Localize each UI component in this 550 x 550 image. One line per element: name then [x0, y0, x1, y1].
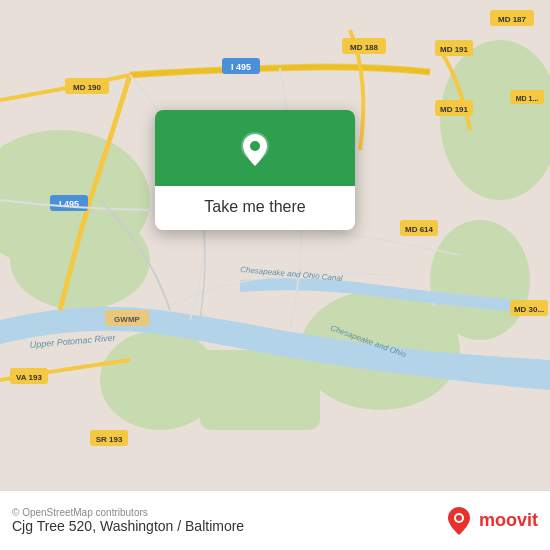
svg-text:MD 191: MD 191 [440, 45, 469, 54]
svg-text:I 495: I 495 [231, 62, 251, 72]
moovit-logo[interactable]: moovit [443, 505, 538, 537]
svg-text:GWMP: GWMP [114, 315, 140, 324]
svg-text:VA 193: VA 193 [16, 373, 42, 382]
svg-text:MD 191: MD 191 [440, 105, 469, 114]
svg-point-38 [250, 141, 260, 151]
svg-text:MD 1...: MD 1... [516, 95, 539, 102]
footer-title: Cjg Tree 520, Washington / Baltimore [12, 518, 244, 534]
svg-text:MD 190: MD 190 [73, 83, 102, 92]
map-container: I 495 I 495 MD 190 MD 188 MD 191 MD 191 … [0, 0, 550, 490]
footer-copyright: © OpenStreetMap contributors [12, 507, 244, 518]
footer-bar: © OpenStreetMap contributors Cjg Tree 52… [0, 490, 550, 550]
svg-point-2 [10, 210, 150, 310]
svg-text:MD 187: MD 187 [498, 15, 527, 24]
popup-bottom[interactable]: Take me there [155, 186, 355, 230]
moovit-icon [443, 505, 475, 537]
location-pin-icon [233, 128, 277, 172]
svg-text:MD 614: MD 614 [405, 225, 434, 234]
svg-point-40 [456, 515, 462, 521]
svg-text:SR 193: SR 193 [96, 435, 123, 444]
footer-left: © OpenStreetMap contributors Cjg Tree 52… [12, 507, 244, 534]
take-me-there-button[interactable]: Take me there [204, 198, 305, 216]
svg-text:MD 30...: MD 30... [514, 305, 544, 314]
svg-rect-7 [200, 350, 320, 430]
popup-top [155, 110, 355, 186]
popup-card: Take me there [155, 110, 355, 230]
moovit-text: moovit [479, 510, 538, 531]
svg-text:MD 188: MD 188 [350, 43, 379, 52]
